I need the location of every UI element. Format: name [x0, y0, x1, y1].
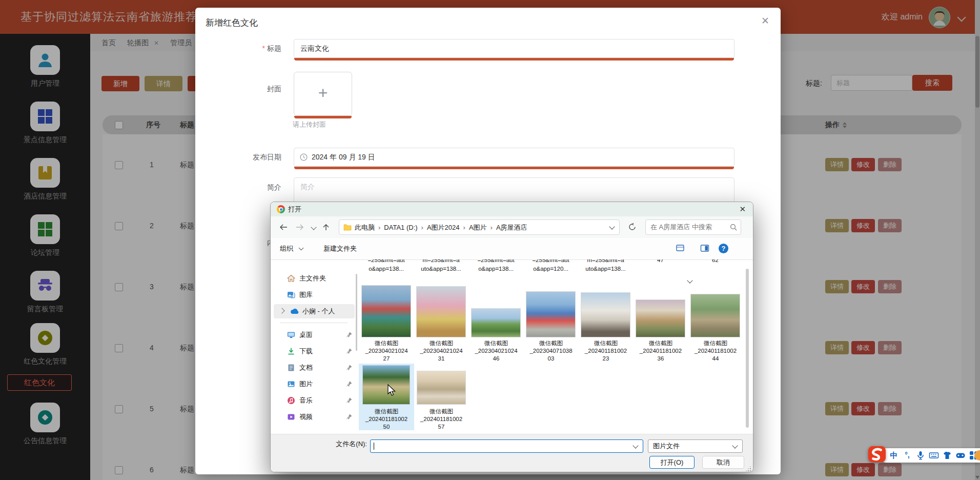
file-thumbnail[interactable]	[363, 366, 410, 404]
dialog-sidebar-item-图库[interactable]: 图库	[271, 288, 356, 302]
file-grid-scrollbar[interactable]	[746, 269, 749, 428]
date-field[interactable]: 2024 年 09 月 19 日	[294, 148, 734, 167]
punctuation-icon[interactable]: °,	[902, 450, 912, 461]
date-field-label: 发布日期	[195, 153, 281, 162]
back-icon[interactable]	[279, 223, 288, 231]
file-thumbnail[interactable]	[526, 292, 575, 337]
cover-upload-box[interactable]: +	[294, 72, 352, 116]
file-item-partial[interactable]: =255&fmt=auto&app=138...	[472, 259, 520, 281]
dialog-sidebar-item-下载[interactable]: 下载	[271, 344, 356, 358]
file-thumbnail[interactable]	[581, 293, 630, 337]
dialog-sidebar-item-桌面[interactable]: 桌面	[271, 328, 356, 342]
pin-icon	[345, 331, 353, 338]
refresh-icon[interactable]	[628, 223, 637, 231]
file-item[interactable]: 微信截图_20230407103803	[526, 281, 575, 364]
clock-icon	[300, 153, 308, 161]
forward-icon[interactable]	[295, 223, 304, 231]
music-icon	[287, 396, 295, 405]
dialog-sidebar-item-文档[interactable]: 文档	[271, 361, 356, 375]
title-field-value: 云南文化	[300, 39, 329, 57]
file-name-line: uto&app=138...	[417, 265, 465, 273]
search-icon	[730, 224, 737, 231]
breadcrumb-segment[interactable]: A图片	[469, 224, 487, 231]
file-item[interactable]: 微信截图_20230402102446	[472, 281, 520, 364]
microphone-icon[interactable]	[915, 450, 926, 461]
dialog-sidebar-item-主文件夹[interactable]: 主文件夹	[271, 271, 356, 286]
dialog-sidebar-item-小娴 - 个人[interactable]: 小娴 - 个人	[274, 304, 355, 318]
file-type-select[interactable]: 图片文件	[648, 439, 743, 453]
dialog-titlebar[interactable]: 打开 ✕	[271, 202, 753, 216]
file-name-line: 46	[468, 355, 524, 363]
file-name-line: _202304021024	[468, 347, 524, 355]
dialog-sidebar-item-音乐[interactable]: 音乐	[271, 393, 356, 408]
file-thumbnail[interactable]	[417, 371, 465, 404]
file-name-line: 50	[359, 423, 414, 431]
expand-chevron-icon[interactable]	[279, 308, 284, 313]
resize-grip[interactable]	[747, 467, 751, 471]
breadcrumb-segment[interactable]: A房屋酒店	[496, 224, 527, 231]
view-mode-icon[interactable]	[676, 244, 685, 253]
skin-icon[interactable]	[942, 450, 952, 461]
keyboard-icon[interactable]	[929, 450, 939, 461]
sogou-logo-icon[interactable]	[867, 445, 887, 464]
file-item[interactable]: 微信截图_20240118100236	[636, 281, 685, 364]
dialog-sidebar-item-图片[interactable]: 图片	[271, 377, 356, 391]
dialog-close-icon[interactable]: ✕	[739, 202, 746, 216]
file-item-partial[interactable]: m=255&fmt=auto&app=138...	[417, 259, 465, 281]
cancel-button[interactable]: 取消	[702, 456, 744, 469]
ime-toolbar[interactable]: 中 °,	[883, 448, 980, 463]
file-item[interactable]: 微信截图_20240118100244	[691, 281, 740, 364]
modal-title: 新增红色文化	[206, 17, 258, 29]
breadcrumb-segment[interactable]: A图片2024	[427, 224, 460, 231]
dialog-sidebar-label: 图库	[299, 288, 313, 302]
breadcrumb-separator-icon: ›	[421, 224, 423, 231]
file-thumbnail[interactable]	[362, 286, 411, 337]
file-name-line: 微信截图	[414, 408, 469, 415]
help-icon[interactable]: ?	[719, 244, 728, 253]
screen: 基于协同过滤算法云南省旅游推荐系统 欢迎 admin 首页轮播图✕管理员✕ 用户…	[0, 0, 980, 480]
file-item[interactable]: 微信截图_20240118100223	[581, 281, 630, 364]
file-item-partial[interactable]: m=255&fmt=auto&app=138...	[581, 259, 630, 281]
file-name-line: uto&app=138...	[581, 265, 630, 273]
filename-dropdown-chevron-icon[interactable]	[632, 443, 638, 448]
organize-button[interactable]: 组织	[280, 238, 302, 259]
file-item-partial[interactable]: 47	[636, 259, 685, 281]
open-button[interactable]: 打开(O)	[649, 456, 695, 469]
recent-locations-chevron-icon[interactable]	[311, 224, 316, 230]
preview-pane-icon[interactable]	[700, 244, 709, 253]
file-name-line: =255&fmt=aut	[526, 259, 575, 264]
file-name: 微信截图_20240118100244	[688, 339, 743, 363]
breadcrumb-segment[interactable]: DATA1 (D:)	[384, 224, 417, 231]
file-item-partial[interactable]: 62	[691, 259, 740, 281]
file-thumbnail[interactable]	[472, 309, 520, 337]
filename-input[interactable]	[370, 439, 643, 453]
folder-icon	[343, 224, 352, 231]
new-folder-button[interactable]: 新建文件夹	[323, 238, 357, 259]
address-dropdown-chevron-icon[interactable]	[609, 224, 615, 229]
file-item-partial[interactable]: =255&fmt=auto&app=138...	[362, 259, 411, 281]
modal-close-icon[interactable]: ✕	[761, 16, 769, 26]
file-thumbnail[interactable]	[636, 300, 685, 337]
home-icon	[287, 274, 295, 283]
file-item[interactable]: 微信截图_20240118100257	[417, 348, 465, 432]
file-thumbnail[interactable]	[417, 287, 465, 337]
file-item[interactable]: 微信截图_20240118100250	[362, 348, 411, 432]
breadcrumb-segment[interactable]: 此电脑	[355, 224, 375, 231]
file-name-line: 47	[636, 259, 685, 264]
file-name-line: m=255&fmt=a	[581, 259, 630, 264]
file-name: 微信截图_20240118100236	[633, 339, 688, 363]
dialog-sidebar-item-视频[interactable]: 视频	[271, 410, 356, 424]
file-thumbnail[interactable]	[691, 294, 740, 337]
search-box[interactable]: 在 A房屋酒店 中搜索	[645, 219, 741, 235]
gallery-icon	[287, 291, 295, 299]
breadcrumb[interactable]: 此电脑›DATA1 (D:)›A图片2024›A图片›A房屋酒店	[339, 219, 620, 235]
file-item-partial[interactable]: =255&fmt=auto&app=120...	[526, 259, 575, 281]
gamepad-icon[interactable]	[955, 450, 966, 461]
dialog-sidebar-label: 主文件夹	[299, 271, 326, 286]
up-icon[interactable]	[322, 223, 330, 231]
file-name-line: o&app=138...	[362, 265, 411, 273]
title-field[interactable]: 云南文化	[294, 39, 734, 58]
chinese-mode-icon[interactable]: 中	[889, 450, 899, 461]
sidebar-scrollbar[interactable]	[356, 274, 357, 351]
file-type-value: 图片文件	[653, 440, 680, 452]
